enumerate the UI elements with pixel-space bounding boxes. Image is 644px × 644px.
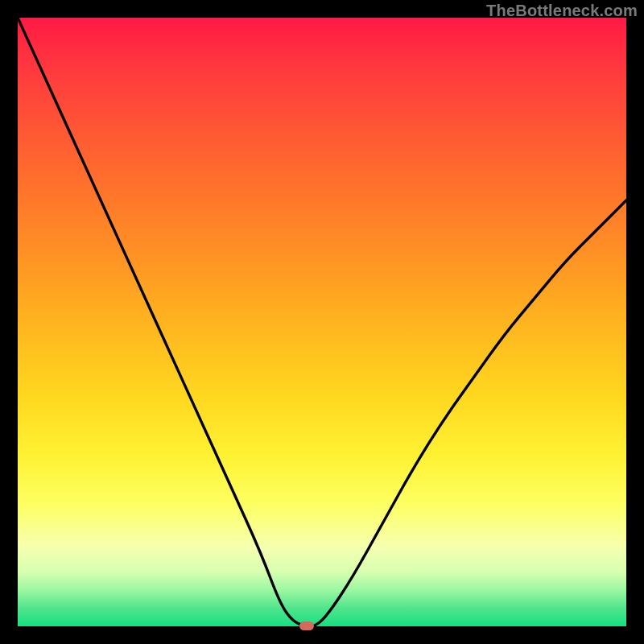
chart-frame: TheBottleneck.com — [0, 0, 644, 644]
optimum-marker — [299, 621, 314, 630]
plot-area — [18, 18, 626, 626]
bottleneck-curve — [18, 18, 626, 626]
